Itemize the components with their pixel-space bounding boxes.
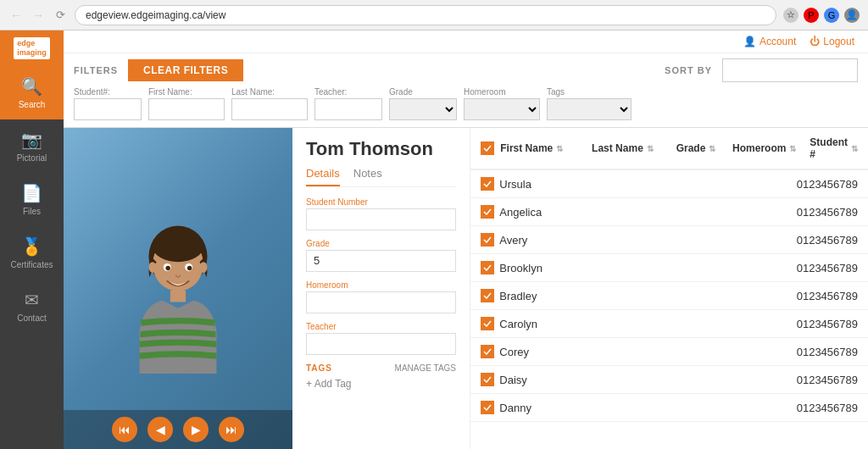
select-all-checkbox[interactable]: [481, 141, 494, 155]
account-label: Account: [760, 36, 796, 47]
header-checkbox[interactable]: [481, 141, 500, 155]
row-checkbox-3[interactable]: [481, 261, 499, 274]
checkbox-checked-5[interactable]: [481, 317, 494, 330]
filter-grade: Grade: [389, 87, 457, 120]
certificate-icon: 🏅: [21, 236, 42, 257]
sidebar-pictorial-label: Pictorial: [17, 153, 47, 163]
back-button[interactable]: ←: [8, 8, 24, 23]
checkbox-checked-3[interactable]: [481, 261, 494, 274]
col-header-firstname[interactable]: First Name ⇅: [500, 142, 592, 154]
col-studentnum-label: Student #: [810, 136, 848, 160]
student-number-value: [306, 208, 456, 230]
checkbox-checked-4[interactable]: [481, 289, 494, 302]
table-row[interactable]: Ursula 0123456789: [470, 170, 868, 198]
tab-details[interactable]: Details: [306, 167, 340, 186]
checkbox-checked-0[interactable]: [481, 177, 494, 191]
row-checkbox-7[interactable]: [481, 373, 499, 386]
row-checkbox-5[interactable]: [481, 317, 499, 330]
teacher-label: Teacher: [306, 322, 456, 331]
table-row[interactable]: Avery 0123456789: [470, 226, 868, 254]
row-checkbox-8[interactable]: [481, 401, 499, 414]
row-checkbox-1[interactable]: [481, 205, 499, 219]
skip-back-button[interactable]: ⏮: [112, 417, 137, 442]
camera-icon: 📷: [21, 130, 42, 150]
col-header-homeroom[interactable]: Homeroom ⇅: [732, 142, 810, 154]
forward-button[interactable]: →: [31, 8, 46, 23]
account-link[interactable]: 👤 Account: [743, 36, 796, 47]
sidebar-item-search[interactable]: 🔍 Search: [0, 66, 64, 119]
sidebar-certificates-label: Certificates: [10, 260, 53, 269]
checkbox-checked-6[interactable]: [481, 345, 494, 358]
sidebar-item-certificates[interactable]: 🏅 Certificates: [0, 226, 64, 280]
refresh-button[interactable]: ⟳: [53, 8, 68, 23]
cell-studentnum-8: 0123456789: [797, 402, 858, 414]
row-checkbox-4[interactable]: [481, 289, 499, 302]
table-row[interactable]: Bradley 0123456789: [470, 282, 868, 310]
cell-firstname-1: Angelica: [499, 206, 587, 219]
filter-grade-select[interactable]: [389, 98, 457, 120]
detail-homeroom: Homeroom: [306, 280, 456, 313]
filter-last-name-input[interactable]: [231, 98, 308, 120]
col-homeroom-label: Homeroom: [732, 142, 786, 154]
table-row[interactable]: Carolyn 0123456789: [470, 310, 868, 338]
sort-by-input[interactable]: [722, 58, 858, 82]
browser-actions: ☆ P G 👤: [783, 8, 860, 23]
table-row[interactable]: Corey 0123456789: [470, 338, 868, 366]
search-icon: 🔍: [21, 76, 42, 97]
sidebar-item-pictorial[interactable]: 📷 Pictorial: [0, 119, 64, 173]
app-container: edge imaging 🔍 Search 📷 Pictorial 📄 File…: [0, 30, 868, 449]
filter-homeroom: Homeroom: [464, 87, 540, 120]
cell-firstname-5: Carolyn: [499, 318, 587, 330]
tags-label: TAGS: [306, 363, 332, 373]
filters-label: FILTERS: [74, 65, 118, 75]
table-row[interactable]: Danny 0123456789: [470, 394, 868, 422]
clear-filters-button[interactable]: CLEAR FILTERS: [128, 59, 243, 81]
cell-studentnum-2: 0123456789: [797, 234, 858, 247]
filter-last-name-label: Last Name:: [231, 87, 308, 97]
logout-link[interactable]: ⏻ Logout: [810, 36, 854, 47]
checkbox-checked-2[interactable]: [481, 233, 494, 247]
row-checkbox-6[interactable]: [481, 345, 499, 358]
sidebar-logo: edge imaging: [0, 30, 64, 66]
sort-by-label: SORT BY: [665, 65, 712, 75]
svg-point-4: [199, 262, 207, 273]
svg-point-3: [148, 262, 156, 273]
checkbox-checked-7[interactable]: [481, 373, 494, 386]
filter-teacher-input[interactable]: [314, 98, 382, 120]
col-header-studentnum[interactable]: Student # ⇅: [810, 136, 858, 160]
student-photo: [64, 128, 292, 449]
filter-tags-select[interactable]: [547, 98, 632, 120]
table-row[interactable]: Angelica 0123456789: [470, 198, 868, 226]
bookmark-icon: ☆: [783, 8, 798, 23]
detail-teacher: Teacher: [306, 322, 456, 355]
tab-notes[interactable]: Notes: [353, 167, 382, 186]
prev-button[interactable]: ◀: [147, 417, 173, 442]
filter-last-name: Last Name:: [231, 87, 308, 120]
next-button[interactable]: ▶: [183, 417, 209, 442]
photo-panel: ⏮ ◀ ▶ ⏭: [64, 128, 292, 449]
teacher-value: [306, 333, 456, 355]
table-row[interactable]: Brooklyn 0123456789: [470, 254, 868, 282]
filters-row-fields: Student#: First Name: Last Name: Teacher…: [74, 87, 858, 120]
cell-firstname-7: Daisy: [499, 374, 587, 386]
filter-homeroom-select[interactable]: [464, 98, 540, 120]
manage-tags-link[interactable]: MANAGE TAGS: [395, 363, 456, 373]
filter-student-num-input[interactable]: [74, 98, 142, 120]
add-tag-button[interactable]: + Add Tag: [306, 378, 456, 390]
row-checkbox-0[interactable]: [481, 177, 499, 191]
skip-forward-button[interactable]: ⏭: [219, 417, 244, 442]
col-header-grade[interactable]: Grade ⇅: [676, 142, 732, 154]
row-checkbox-2[interactable]: [481, 233, 499, 247]
checkbox-checked-1[interactable]: [481, 205, 494, 219]
student-list: First Name ⇅ Last Name ⇅ Grade ⇅ Homeroo…: [470, 128, 868, 449]
sidebar-search-label: Search: [19, 100, 46, 109]
table-row[interactable]: Daisy 0123456789: [470, 366, 868, 394]
col-header-lastname[interactable]: Last Name ⇅: [592, 142, 676, 154]
filter-first-name-input[interactable]: [148, 98, 225, 120]
checkbox-checked-8[interactable]: [481, 401, 494, 414]
address-bar[interactable]: edgeview.edgeimaging.ca/view: [75, 5, 776, 25]
sidebar-item-files[interactable]: 📄 Files: [0, 173, 64, 226]
sidebar-item-contact[interactable]: ✉ Contact: [0, 280, 64, 333]
cell-firstname-6: Corey: [499, 346, 587, 358]
google-icon: G: [824, 8, 839, 23]
